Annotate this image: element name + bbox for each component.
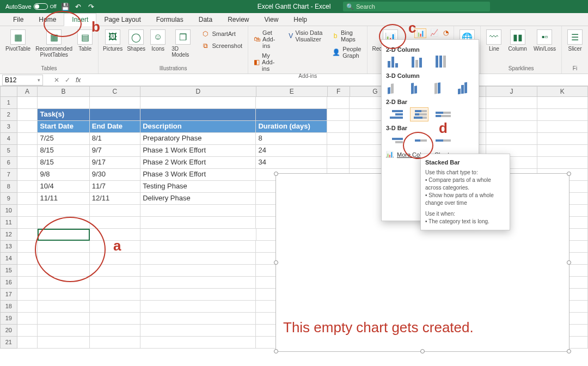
cell[interactable] [17,169,38,181]
spark-line-button[interactable]: 〰Line [484,28,504,53]
redo-icon[interactable]: ↷ [87,2,96,11]
resize-handle[interactable] [274,349,278,353]
cell[interactable]: 12/11 [90,193,140,205]
pie-chart-button[interactable]: ◔ [442,28,450,37]
cell[interactable]: 34 [256,157,327,169]
3d-100-column-option[interactable] [433,81,451,95]
cell[interactable] [327,97,350,109]
cell[interactable]: End Date [90,121,140,133]
column-header[interactable]: J [486,86,537,97]
cell[interactable] [17,181,38,193]
3d-clustered-column-option[interactable] [386,81,404,95]
cell[interactable]: Delivery Phase [140,193,256,205]
cell[interactable] [140,265,256,277]
cell[interactable]: 24 [256,145,327,157]
bing-maps-button[interactable]: bBing Maps [330,28,364,44]
spark-col-button[interactable]: ▮▮Column [506,28,529,53]
cell[interactable] [90,277,140,289]
cell[interactable] [327,109,350,121]
cell[interactable] [140,229,256,241]
cell[interactable] [38,325,89,337]
column-header[interactable]: B [38,86,89,97]
tab-page-layout[interactable]: Page Layout [96,14,148,26]
cell[interactable] [17,313,38,325]
3dmodels-button[interactable]: ❒3D Models [169,28,197,59]
enter-icon[interactable]: ✓ [65,76,70,84]
cell[interactable] [90,313,140,325]
resize-handle[interactable] [420,349,425,353]
row-header[interactable]: 7 [0,169,17,181]
cell[interactable]: 9/7 [90,145,140,157]
cell[interactable] [486,97,537,109]
row-header[interactable]: 13 [0,241,17,253]
autosave-toggle[interactable]: AutoSave Off [5,3,57,10]
cell[interactable]: Duration (days) [256,121,327,133]
cell[interactable]: Phase 3 Work Effort [140,169,256,181]
row-header[interactable]: 20 [0,325,17,337]
cell[interactable] [140,277,256,289]
icons-button[interactable]: ☺Icons [149,28,167,53]
my-addins-button[interactable]: ◧My Add-ins [252,51,281,73]
cell[interactable]: Preparatory Phase [140,133,256,145]
cell[interactable] [90,97,140,109]
name-box[interactable]: B12 ▾ [2,75,43,86]
3d-stacked-column-option[interactable] [409,81,427,95]
row-header[interactable]: 12 [0,229,17,241]
cell[interactable] [140,253,256,265]
cell[interactable]: 8/15 [38,157,89,169]
cell[interactable] [537,133,588,145]
cell[interactable] [17,121,38,133]
resize-handle[interactable] [274,172,278,176]
cell[interactable] [140,301,256,313]
cell[interactable] [38,289,89,301]
row-header[interactable]: 21 [0,337,17,349]
row-header[interactable]: 19 [0,313,17,325]
row-header[interactable]: 18 [0,301,17,313]
cell[interactable] [486,109,537,121]
row-header[interactable]: 16 [0,277,17,289]
cell[interactable]: 10/4 [38,181,89,193]
cell[interactable] [327,157,350,169]
search-input[interactable]: 🔍 Search [343,2,490,11]
cell[interactable] [140,289,256,301]
resize-handle[interactable] [274,260,278,265]
save-icon[interactable]: 💾 [61,2,70,11]
row-header[interactable]: 10 [0,205,17,217]
column-header[interactable]: C [90,86,140,97]
row-header[interactable]: 2 [0,109,17,121]
shapes-button[interactable]: ◯Shapes [126,28,146,53]
100-stacked-column-option[interactable] [434,55,452,69]
slicer-button[interactable]: ☰Slicer [565,28,585,53]
cell[interactable]: 11/7 [90,181,140,193]
cell[interactable] [17,145,38,157]
fx-icon[interactable]: fx [76,76,81,84]
cell[interactable] [537,157,588,169]
row-header[interactable]: 9 [0,193,17,205]
cell[interactable]: Task(s) [38,109,89,121]
cell[interactable]: 7/25 [38,133,89,145]
cell[interactable] [327,145,350,157]
tab-view[interactable]: View [257,14,286,26]
cell[interactable] [17,133,38,145]
screenshot-button[interactable]: ⧉Screenshot [199,40,244,51]
cell[interactable] [90,337,140,349]
cell[interactable] [38,337,89,349]
cell[interactable] [537,97,588,109]
resize-handle[interactable] [567,172,571,176]
row-header[interactable]: 3 [0,121,17,133]
tab-formulas[interactable]: Formulas [149,14,191,26]
get-addins-button[interactable]: 🛍Get Add-ins [252,28,281,50]
stacked-column-option[interactable] [410,55,428,69]
cell[interactable] [90,109,140,121]
cell[interactable]: 8/15 [38,145,89,157]
column-header[interactable]: K [537,86,588,97]
cell[interactable] [486,133,537,145]
cell[interactable] [327,133,350,145]
tab-help[interactable]: Help [286,14,315,26]
cell[interactable] [537,145,588,157]
row-header[interactable]: 17 [0,289,17,301]
row-header[interactable]: 14 [0,253,17,265]
smartart-button[interactable]: ⬡SmartArt [199,28,244,39]
cell[interactable] [140,241,256,253]
cell[interactable]: Description [140,121,256,133]
